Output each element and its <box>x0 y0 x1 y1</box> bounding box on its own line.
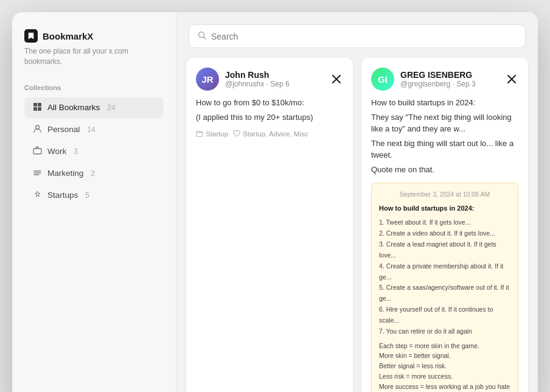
sidebar-item-personal[interactable]: Personal 14 <box>24 119 164 140</box>
search-bar[interactable] <box>189 24 526 48</box>
collections-label: Collections <box>24 84 164 91</box>
greg-line-3: Quote me on that. <box>371 164 518 176</box>
heart-tag: Startup, Advice, Misc <box>233 130 308 138</box>
search-input[interactable] <box>211 32 517 41</box>
folder-tag: Startup <box>196 130 228 138</box>
work-icon <box>32 146 43 157</box>
search-bar-wrap <box>176 12 538 58</box>
work-count: 3 <box>74 147 78 156</box>
work-label: Work <box>47 147 66 156</box>
all-bookmarks-label: All Bookmarks <box>47 103 100 112</box>
sidebar-item-startups[interactable]: Startups 5 <box>24 185 164 206</box>
card-header: JR John Rush @johnrushx · Sep 6 <box>196 68 343 91</box>
card-author: GI GREG ISENBERG @gregisenberg · Sep 3 <box>371 68 476 91</box>
folder-tag-text: Startup <box>206 130 228 138</box>
svg-rect-1 <box>38 103 41 107</box>
search-icon <box>198 31 206 41</box>
card-preview: September 3, 2024 at 10:08 AM How to bui… <box>371 183 518 392</box>
author-handle: @johnrushx · Sep 6 <box>225 80 290 88</box>
content-line-1: (I applied this to my 20+ startups) <box>196 111 343 124</box>
sidebar-item-work[interactable]: Work 3 <box>24 141 164 162</box>
author-info: John Rush @johnrushx · Sep 6 <box>225 70 290 89</box>
card-content: How to build startups in 2024: They say … <box>371 97 518 175</box>
marketing-label: Marketing <box>47 169 83 178</box>
sidebar-item-all-bookmarks[interactable]: All Bookmarks 24 <box>24 97 164 118</box>
all-bookmarks-icon <box>32 102 43 113</box>
startups-count: 5 <box>85 191 89 200</box>
app-container: BookmarkX The one place for all your x.c… <box>12 12 538 392</box>
sidebar-item-marketing[interactable]: Marketing 2 <box>24 163 164 184</box>
author-name: GREG ISENBERG <box>400 70 476 80</box>
card-header: GI GREG ISENBERG @gregisenberg · Sep 3 <box>371 68 518 91</box>
author-info: GREG ISENBERG @gregisenberg · Sep 3 <box>400 70 476 89</box>
preview-title: How to build startups in 2024: <box>379 203 510 214</box>
svg-point-4 <box>35 125 39 129</box>
x-logo-icon <box>330 72 343 86</box>
logo-icon <box>24 29 38 43</box>
sidebar-tagline: The one place for all your x.com bookmar… <box>24 46 164 67</box>
preview-text: Each step = more skin in the game.More s… <box>379 341 510 392</box>
card-tags: Startup Startup, Advice, Misc <box>196 130 343 138</box>
all-bookmarks-count: 24 <box>107 103 115 112</box>
preview-date: September 3, 2024 at 10:08 AM <box>379 189 510 200</box>
author-handle: @gregisenberg · Sep 3 <box>400 80 476 88</box>
personal-icon <box>32 124 43 135</box>
svg-rect-3 <box>38 107 41 111</box>
heart-tag-text: Startup, Advice, Misc <box>243 130 308 138</box>
svg-rect-2 <box>33 107 37 111</box>
card-greg-isenberg[interactable]: GI GREG ISENBERG @gregisenberg · Sep 3 H… <box>361 58 528 392</box>
card-author: JR John Rush @johnrushx · Sep 6 <box>196 68 290 91</box>
greg-line-1: They say "The next big thing will lookin… <box>371 111 518 135</box>
personal-label: Personal <box>47 125 80 134</box>
sidebar-logo: BookmarkX <box>24 29 164 43</box>
sidebar: BookmarkX The one place for all your x.c… <box>12 12 176 392</box>
svg-line-10 <box>204 37 206 40</box>
startups-label: Startups <box>47 191 78 200</box>
logo-text: BookmarkX <box>43 31 93 41</box>
main-content: JR John Rush @johnrushx · Sep 6 How to g… <box>176 12 538 392</box>
card-content: How to go from $0 to $10k/mo: (I applied… <box>196 97 343 123</box>
startups-icon <box>32 190 43 201</box>
personal-count: 14 <box>87 125 95 134</box>
author-name: John Rush <box>225 70 290 80</box>
content-line-0: How to go from $0 to $10k/mo: <box>196 97 343 109</box>
card-john-rush[interactable]: JR John Rush @johnrushx · Sep 6 How to g… <box>186 58 353 392</box>
greg-line-0: How to build startups in 2024: <box>371 97 518 109</box>
preview-list: 1. Tweet about it. If it gets love...2. … <box>379 217 510 337</box>
x-logo-icon <box>505 72 518 86</box>
avatar: GI <box>371 68 394 91</box>
svg-rect-5 <box>33 149 41 154</box>
greg-line-2: The next big thing will start out lo... … <box>371 138 518 161</box>
avatar: JR <box>196 68 219 91</box>
marketing-count: 2 <box>91 169 95 178</box>
svg-rect-0 <box>33 103 37 107</box>
marketing-icon <box>32 168 43 179</box>
sidebar-nav: All Bookmarks 24 Personal 14 <box>24 97 164 206</box>
cards-area: JR John Rush @johnrushx · Sep 6 How to g… <box>176 58 538 392</box>
